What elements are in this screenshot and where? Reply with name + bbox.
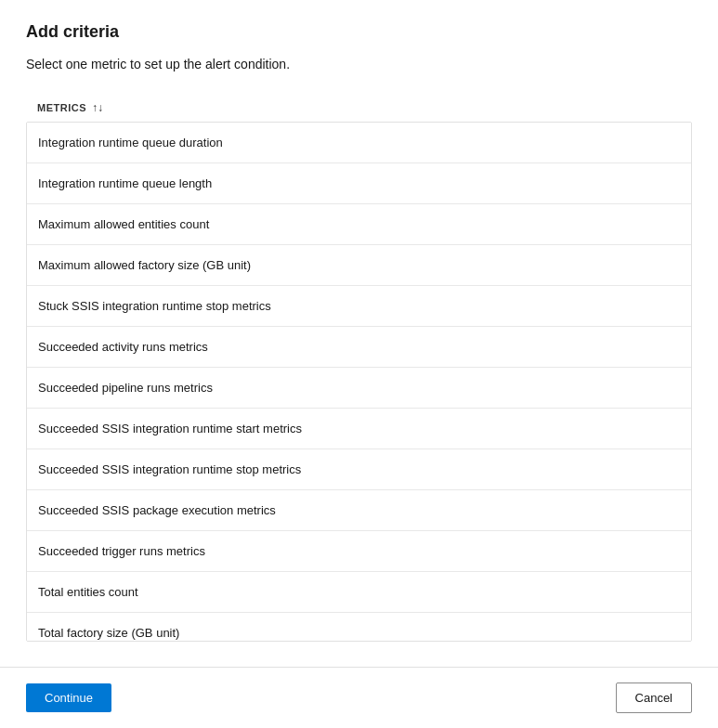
list-item[interactable]: Succeeded trigger runs metrics — [27, 531, 691, 572]
add-criteria-dialog: Add criteria Select one metric to set up… — [0, 0, 718, 728]
metrics-list-wrapper: Integration runtime queue durationIntegr… — [26, 122, 692, 642]
list-item[interactable]: Maximum allowed factory size (GB unit) — [27, 245, 691, 286]
list-item[interactable]: Integration runtime queue duration — [27, 123, 691, 163]
list-item[interactable]: Stuck SSIS integration runtime stop metr… — [27, 286, 691, 327]
dialog-footer: Continue Cancel — [0, 667, 718, 728]
list-item[interactable]: Succeeded SSIS integration runtime start… — [27, 409, 691, 449]
list-item[interactable]: Maximum allowed entities count — [27, 204, 691, 245]
list-item[interactable]: Succeeded SSIS integration runtime stop … — [27, 449, 691, 490]
dialog-subtitle: Select one metric to set up the alert co… — [26, 57, 692, 72]
cancel-button[interactable]: Cancel — [616, 682, 692, 713]
metrics-header: METRICS ↑↓ — [26, 94, 692, 122]
list-item[interactable]: Integration runtime queue length — [27, 163, 691, 204]
metrics-label: METRICS — [37, 102, 86, 113]
metrics-list: Integration runtime queue durationIntegr… — [26, 122, 692, 642]
list-item[interactable]: Total factory size (GB unit) — [27, 613, 691, 642]
dialog-body: Add criteria Select one metric to set up… — [0, 0, 718, 667]
continue-button[interactable]: Continue — [26, 683, 111, 712]
sort-icon[interactable]: ↑↓ — [92, 101, 103, 114]
list-item[interactable]: Total entities count — [27, 572, 691, 613]
list-item[interactable]: Succeeded activity runs metrics — [27, 327, 691, 368]
list-item[interactable]: Succeeded SSIS package execution metrics — [27, 490, 691, 531]
list-item[interactable]: Succeeded pipeline runs metrics — [27, 368, 691, 409]
dialog-title: Add criteria — [26, 22, 692, 42]
